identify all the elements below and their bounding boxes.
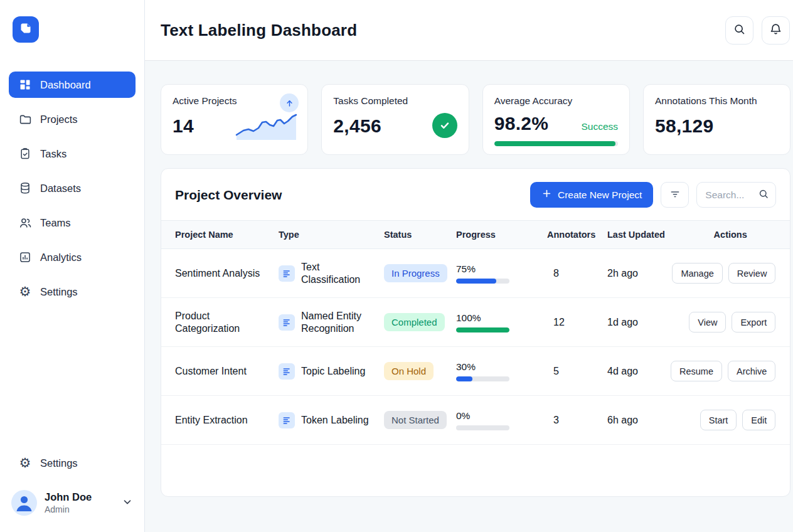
progress-label: 30% xyxy=(456,361,547,373)
app-logo[interactable] xyxy=(13,16,39,43)
plus-icon xyxy=(541,188,552,201)
last-updated: 4d ago xyxy=(607,366,671,377)
stat-cards: Active Projects 14 Tasks Completed 2,4 xyxy=(161,84,790,155)
progress-bar xyxy=(456,279,509,284)
progress-label: 100% xyxy=(456,312,547,324)
progress-label: 75% xyxy=(456,263,547,275)
stat-value: 58,129 xyxy=(655,115,779,137)
folder-icon xyxy=(18,112,32,126)
check-circle-icon xyxy=(432,113,457,138)
table-row: Sentiment Analysis Text Classification I… xyxy=(161,249,790,298)
annotators-count: 3 xyxy=(547,415,607,426)
footer-settings-item[interactable]: ⚙ Settings xyxy=(9,450,136,476)
chevron-down-icon[interactable] xyxy=(122,496,133,510)
status-badge: Not Started xyxy=(384,411,447,429)
action-button-view[interactable]: View xyxy=(689,312,726,332)
action-button-archive[interactable]: Archive xyxy=(728,361,775,381)
page-title: Text Labeling Dashboard xyxy=(161,21,357,40)
user-name: John Doe xyxy=(45,491,92,503)
search-icon xyxy=(733,23,746,38)
action-button-resume[interactable]: Resume xyxy=(671,361,722,381)
col-progress: Progress xyxy=(456,230,547,240)
sidebar-item-projects[interactable]: Projects xyxy=(9,106,136,132)
table-header: Project Name Type Status Progress Annota… xyxy=(161,220,790,249)
col-actions: Actions xyxy=(671,230,790,240)
sidebar-footer: ⚙ Settings John Doe Admin xyxy=(0,450,144,532)
app-root: Dashboard Projects Tasks Datasets xyxy=(0,0,793,532)
project-name: Entity Extraction xyxy=(161,414,279,427)
project-overview-panel: Project Overview Create New Project xyxy=(161,168,790,497)
stat-card-active-projects: Active Projects 14 xyxy=(161,84,308,155)
col-annotators: Annotators xyxy=(547,230,607,240)
user-role: Admin xyxy=(45,504,92,514)
annotators-count: 5 xyxy=(547,366,607,377)
project-type: Named Entity Recognition xyxy=(301,310,376,335)
search-icon xyxy=(758,188,769,202)
last-updated: 1d ago xyxy=(607,317,671,328)
active-projects-sparkline xyxy=(235,109,297,146)
sidebar-item-settings[interactable]: ⚙ Settings xyxy=(9,279,136,305)
gear-icon: ⚙ xyxy=(18,285,32,299)
progress-bar-fill xyxy=(456,327,509,332)
annotators-count: 8 xyxy=(547,268,607,279)
notifications-button[interactable] xyxy=(762,16,790,45)
topbar: Text Labeling Dashboard xyxy=(145,0,793,61)
annotators-count: 12 xyxy=(547,317,607,328)
sidebar-item-datasets[interactable]: Datasets xyxy=(9,175,136,201)
bell-icon xyxy=(769,23,782,38)
sidebar-item-label: Dashboard xyxy=(40,79,91,91)
action-button-manage[interactable]: Manage xyxy=(672,263,722,284)
avatar xyxy=(11,490,37,516)
create-new-project-button[interactable]: Create New Project xyxy=(530,182,653,208)
sidebar-item-label: Settings xyxy=(40,286,78,298)
sidebar-item-tasks[interactable]: Tasks xyxy=(9,141,136,167)
project-type: Topic Labeling xyxy=(301,365,365,378)
project-name: Product Categorization xyxy=(161,310,279,335)
status-badge: Completed xyxy=(384,313,445,331)
dashboard-grid-icon xyxy=(18,78,32,92)
stat-card-average-accuracy: Average Accuracy 98.2% Success xyxy=(482,84,630,155)
table-row: Entity Extraction Token Labeling Not Sta… xyxy=(161,396,790,445)
sidebar-item-label: Tasks xyxy=(40,148,67,160)
search-input[interactable] xyxy=(705,189,754,201)
gear-icon: ⚙ xyxy=(18,456,32,470)
stat-label: Tasks Completed xyxy=(333,95,457,107)
table-search xyxy=(696,182,776,208)
stat-card-tasks-completed: Tasks Completed 2,456 xyxy=(321,84,469,155)
last-updated: 2h ago xyxy=(607,268,671,279)
col-type: Type xyxy=(279,230,384,240)
action-button-export[interactable]: Export xyxy=(732,312,775,332)
search-button[interactable] xyxy=(725,16,753,45)
action-button-edit[interactable]: Edit xyxy=(742,410,775,430)
status-badge: On Hold xyxy=(384,362,434,380)
sidebar-item-teams[interactable]: Teams xyxy=(9,210,136,236)
accuracy-progress-track xyxy=(494,141,618,146)
sidebar-item-dashboard[interactable]: Dashboard xyxy=(9,72,136,98)
main-area: Text Labeling Dashboard Active Proj xyxy=(145,0,793,532)
action-button-review[interactable]: Review xyxy=(728,263,776,284)
sidebar-item-label: Teams xyxy=(40,217,71,229)
action-button-start[interactable]: Start xyxy=(700,410,737,430)
clipboard-check-icon xyxy=(18,147,32,161)
bar-chart-icon xyxy=(18,250,32,264)
database-icon xyxy=(18,181,32,195)
filter-button[interactable] xyxy=(661,182,689,208)
progress-bar-fill xyxy=(456,376,472,381)
footer-settings-label: Settings xyxy=(40,457,78,469)
text-lines-icon xyxy=(279,314,295,331)
stat-label: Average Accuracy xyxy=(494,95,618,107)
sidebar-nav: Dashboard Projects Tasks Datasets xyxy=(0,72,144,305)
sidebar-item-analytics[interactable]: Analytics xyxy=(9,244,136,270)
table-row: Customer Intent Topic Labeling On Hold 3… xyxy=(161,347,790,396)
sidebar: Dashboard Projects Tasks Datasets xyxy=(0,0,145,532)
progress-bar xyxy=(456,327,509,332)
user-profile[interactable]: John Doe Admin xyxy=(9,490,136,516)
content: Active Projects 14 Tasks Completed 2,4 xyxy=(145,61,793,497)
status-badge: In Progress xyxy=(384,264,447,282)
stat-value: 98.2% xyxy=(494,113,549,134)
progress-bar xyxy=(456,425,509,430)
text-lines-icon xyxy=(279,363,295,380)
stat-label: Annotations This Month xyxy=(655,95,779,107)
progress-label: 0% xyxy=(456,410,547,422)
users-icon xyxy=(18,216,32,230)
